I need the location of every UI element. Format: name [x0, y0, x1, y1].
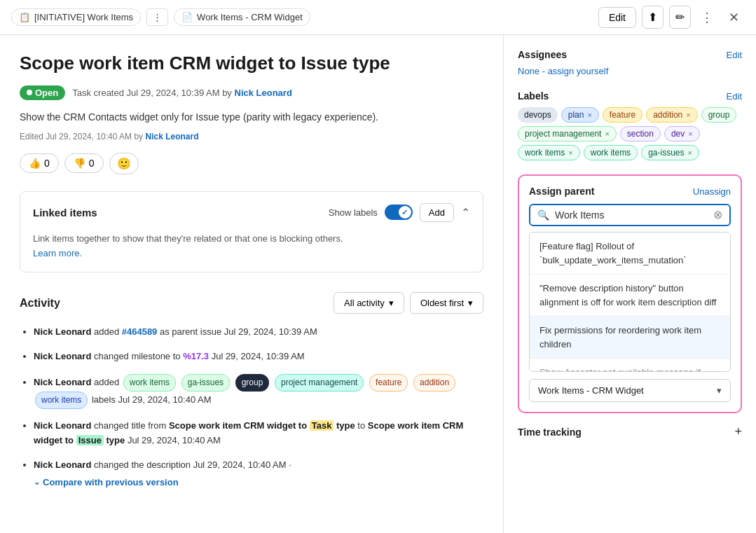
- all-activity-label: All activity: [344, 298, 385, 308]
- linked-items-header: Linked items Show labels ✓ Add ⌃: [33, 203, 470, 222]
- search-result-item[interactable]: Show Ancestor not available message if L…: [530, 359, 730, 372]
- time-tracking-title: Time tracking: [518, 427, 582, 438]
- label-chip: ga-issues: [181, 374, 230, 392]
- label-chip: addition: [413, 374, 455, 392]
- thumbs-up-button[interactable]: 👍 0: [20, 153, 59, 173]
- search-result-item[interactable]: "Remove description history" button alig…: [530, 275, 730, 317]
- edit-button[interactable]: Edit: [598, 7, 636, 28]
- linked-items-section: Linked items Show labels ✓ Add ⌃ Link it…: [20, 191, 483, 273]
- breadcrumb-more-btn[interactable]: ⋮: [146, 8, 168, 26]
- status-bar: Open Task created Jul 29, 2024, 10:39 AM…: [20, 85, 483, 100]
- thumbs-down-button[interactable]: 👎 0: [64, 153, 104, 173]
- more-actions-button[interactable]: ⋮: [696, 7, 717, 28]
- search-input[interactable]: [555, 209, 708, 221]
- milestone-link[interactable]: %17.3: [183, 351, 209, 361]
- emoji-button[interactable]: 🙂: [109, 153, 139, 174]
- time-tracking-header: Time tracking +: [518, 424, 742, 439]
- activity-item: Nick Leonard changed title from Scope wo…: [34, 419, 483, 448]
- label-tag: devops: [518, 107, 558, 123]
- top-nav: 📋 [INITIATIVE] Work Items ⋮ 📄 Work Items…: [0, 0, 756, 35]
- activity-title: Activity: [20, 297, 60, 310]
- assign-parent-header: Assign parent Unassign: [529, 186, 731, 197]
- initiative-icon: 📋: [19, 12, 30, 22]
- main-layout: Scope work item CRM widget to Issue type…: [0, 35, 756, 533]
- show-labels-toggle[interactable]: ✓: [385, 205, 413, 220]
- breadcrumb-workitem[interactable]: 📄 Work Items - CRM Widget: [174, 8, 310, 26]
- status-meta: Task created Jul 29, 2024, 10:39 AM by N…: [72, 88, 292, 98]
- label-chip: project management: [275, 374, 364, 392]
- activity-filters: All activity ▾ Oldest first ▾: [334, 292, 483, 314]
- filter-chevron-icon: ▾: [389, 298, 394, 308]
- activity-actor: Nick Leonard: [34, 459, 91, 470]
- time-tracking-section: Time tracking +: [518, 424, 742, 439]
- thumbs-down-icon: 👎: [74, 158, 85, 169]
- breadcrumb-workitem-label: Work Items - CRM Widget: [197, 12, 303, 22]
- linked-items-controls: Show labels ✓ Add ⌃: [329, 203, 470, 222]
- label-tag: group: [701, 107, 737, 123]
- search-icon: 🔍: [537, 209, 549, 221]
- nav-actions: Edit ⬆ ✏ ⋮ ✕: [598, 6, 745, 29]
- breadcrumb-initiative-label: [INITIATIVE] Work Items: [34, 12, 133, 22]
- chevron-down-icon: ▾: [717, 385, 722, 396]
- label-tag: project management ×: [518, 126, 617, 141]
- thumbs-up-icon: 👍: [29, 158, 41, 169]
- label-chip: group: [235, 374, 270, 392]
- edited-meta: Edited Jul 29, 2024, 10:40 AM by Nick Le…: [20, 132, 483, 141]
- page-title: Scope work item CRM widget to Issue type: [20, 52, 483, 76]
- description: Show the CRM Contacts widget only for Is…: [20, 110, 483, 125]
- assignees-header: Assignees Edit: [518, 49, 742, 60]
- activity-item: Nick Leonard changed milestone to %17.3 …: [34, 349, 483, 364]
- close-icon: ✕: [729, 11, 739, 25]
- activity-actor: Nick Leonard: [34, 351, 91, 361]
- assignees-edit-button[interactable]: Edit: [727, 50, 742, 60]
- learn-more-link[interactable]: Learn more.: [33, 248, 82, 258]
- chevron-up-icon: ⌃: [461, 207, 470, 219]
- thumbs-up-count: 0: [44, 158, 50, 169]
- label-tag: section: [620, 126, 661, 141]
- collapse-linked-items-button[interactable]: ⌃: [461, 206, 470, 219]
- label-remove-icon[interactable]: ×: [688, 130, 692, 138]
- assignees-title: Assignees: [518, 49, 567, 60]
- assignees-empty: None - assign yourself: [518, 66, 742, 76]
- labels-container: devops plan × feature addition × group p…: [518, 107, 742, 160]
- all-activity-filter[interactable]: All activity ▾: [334, 292, 404, 314]
- labels-edit-button[interactable]: Edit: [727, 91, 742, 102]
- oldest-first-filter[interactable]: Oldest first ▾: [410, 292, 483, 314]
- label-remove-icon[interactable]: ×: [686, 111, 690, 119]
- assign-parent-title: Assign parent: [529, 186, 594, 197]
- add-linked-item-button[interactable]: Add: [420, 203, 454, 222]
- activity-list: Nick Leonard added #464589 as parent iss…: [20, 325, 483, 490]
- close-button[interactable]: ✕: [723, 7, 745, 28]
- order-chevron-icon: ▾: [468, 298, 473, 308]
- activity-item: Nick Leonard added #464589 as parent iss…: [34, 325, 483, 340]
- labels-header: Labels Edit: [518, 90, 742, 102]
- label-chip: work items: [123, 374, 176, 392]
- parent-issue-link[interactable]: #464589: [122, 326, 158, 337]
- label-remove-icon[interactable]: ×: [568, 148, 572, 157]
- label-remove-icon[interactable]: ×: [605, 130, 609, 138]
- search-result-item-active[interactable]: Fix permissions for reordering work item…: [530, 317, 730, 359]
- open-new-button[interactable]: ⬆: [642, 6, 664, 29]
- activity-item: Nick Leonard added work items ga-issues …: [34, 374, 483, 409]
- time-add-button[interactable]: +: [734, 424, 742, 439]
- status-badge[interactable]: Open: [20, 85, 65, 100]
- label-tag: feature: [603, 107, 642, 123]
- label-remove-icon[interactable]: ×: [687, 148, 692, 157]
- assign-yourself-link[interactable]: None - assign yourself: [518, 66, 608, 76]
- crm-widget-dropdown[interactable]: Work Items - CRM Widget ▾: [529, 379, 731, 402]
- assign-parent-panel: Assign parent Unassign 🔍 ⊗ [Feature flag…: [518, 174, 742, 413]
- linked-items-title: Linked items: [33, 207, 97, 219]
- edited-author-link[interactable]: Nick Leonard: [145, 132, 198, 141]
- page-icon: 📄: [181, 12, 193, 22]
- pin-button[interactable]: ✏: [669, 6, 691, 29]
- labels-section: Labels Edit devops plan × feature additi…: [518, 90, 742, 160]
- label-chip: feature: [369, 374, 408, 392]
- search-result-item[interactable]: [Feature flag] Rollout of `bulk_update_w…: [530, 233, 730, 275]
- author-link[interactable]: Nick Leonard: [235, 88, 292, 98]
- compare-version-link[interactable]: ⌄ Compare with previous version: [34, 476, 179, 490]
- breadcrumb-initiative[interactable]: 📋 [INITIATIVE] Work Items: [11, 8, 141, 26]
- unassign-button[interactable]: Unassign: [693, 186, 731, 197]
- search-clear-button[interactable]: ⊗: [713, 209, 722, 221]
- label-remove-icon[interactable]: ×: [587, 111, 591, 119]
- pin-icon: ✏: [675, 11, 685, 23]
